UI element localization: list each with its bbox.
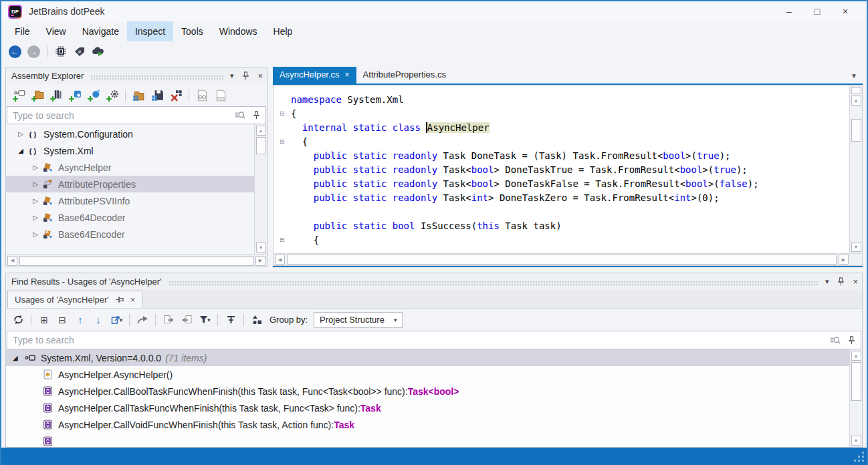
results-search-input[interactable] bbox=[7, 335, 830, 345]
results-group-row[interactable]: ◢System.Xml, Version=4.0.0.0(71 items) bbox=[6, 349, 849, 366]
grouping-button[interactable] bbox=[249, 312, 265, 328]
add-from-gac-button[interactable] bbox=[47, 87, 65, 104]
chevron-down-icon[interactable]: ▾ bbox=[825, 277, 829, 286]
code-line[interactable]: ⊟ { bbox=[274, 232, 849, 247]
jump-to-source-button[interactable] bbox=[134, 312, 150, 328]
pin-icon[interactable] bbox=[240, 71, 251, 82]
code-line[interactable]: public static readonly Task<bool> DoneTa… bbox=[274, 162, 849, 176]
expand-arrow-icon[interactable]: ▷ bbox=[30, 214, 41, 221]
fold-marker-icon[interactable]: ⊟ bbox=[274, 137, 291, 146]
results-item-row[interactable]: AsyncHelper.AsyncHelper() bbox=[6, 366, 849, 383]
explore-folder-button[interactable] bbox=[130, 87, 147, 104]
refresh-button[interactable] bbox=[10, 312, 26, 328]
results-item-row[interactable]: AsyncHelper.CallTaskFuncWhenFinish(this … bbox=[6, 400, 849, 416]
add-from-bin-button[interactable] bbox=[66, 87, 84, 104]
tree-item-attributeproperties[interactable]: ▷AttributeProperties bbox=[6, 176, 254, 192]
pin-icon[interactable] bbox=[835, 277, 846, 287]
tab-pin-icon[interactable] bbox=[114, 295, 125, 305]
editor-vertical-scrollbar[interactable]: ▲ ▼ bbox=[849, 86, 862, 253]
tab-list-chevron-icon[interactable]: ▼ bbox=[851, 72, 863, 84]
export-button[interactable]: ▾ bbox=[108, 312, 124, 328]
filter-usages-button[interactable]: ▾ bbox=[197, 312, 213, 328]
resize-grip[interactable] bbox=[853, 451, 864, 462]
close-panel-icon[interactable]: × bbox=[257, 71, 263, 81]
expand-arrow-icon[interactable]: ▷ bbox=[30, 164, 41, 171]
results-item-row[interactable] bbox=[6, 433, 849, 447]
code-line[interactable]: public static readonly Task<bool> DoneTa… bbox=[274, 176, 849, 190]
assembly-tree-vertical-scrollbar[interactable]: ▲ ▼ bbox=[254, 124, 267, 254]
search-pin-icon[interactable] bbox=[251, 110, 261, 121]
results-item-row[interactable]: AsyncHelper.CallBoolTaskFuncWhenFinish(t… bbox=[6, 383, 849, 400]
collapse-arrow-icon[interactable]: ◢ bbox=[13, 354, 23, 361]
expand-arrow-icon[interactable]: ▷ bbox=[30, 180, 41, 188]
tab-close-icon[interactable]: × bbox=[130, 295, 136, 305]
menu-item-inspect[interactable]: Inspect bbox=[127, 21, 173, 41]
show-prev-change-button[interactable] bbox=[179, 312, 195, 328]
close-button[interactable]: × bbox=[840, 6, 851, 17]
fold-marker-icon[interactable]: ⊟ bbox=[274, 109, 291, 118]
merge-occurrences-button[interactable] bbox=[223, 312, 239, 328]
assembly-tree-horizontal-scrollbar[interactable]: ◀ ▶ bbox=[6, 254, 267, 267]
editor-tab-attributeproperties-cs[interactable]: AttributeProperties.cs bbox=[356, 67, 453, 84]
code-line[interactable]: public static bool IsSuccess(this Task t… bbox=[274, 218, 849, 232]
results-vertical-scrollbar[interactable]: ▲ ▼ bbox=[849, 349, 862, 447]
expand-arrow-icon[interactable]: ▷ bbox=[30, 197, 41, 204]
menu-item-navigate[interactable]: Navigate bbox=[74, 21, 127, 41]
code-line[interactable]: namespace System.Xml bbox=[274, 92, 849, 106]
open-folder-button[interactable] bbox=[29, 87, 46, 104]
navigate-back-button[interactable]: ← bbox=[7, 43, 23, 59]
code-line[interactable]: ⊟ { bbox=[274, 134, 849, 148]
generate-pdb-button[interactable]: PDB bbox=[212, 87, 229, 104]
add-assembly-button[interactable] bbox=[10, 87, 27, 104]
code-line[interactable]: ⊟{ bbox=[274, 106, 849, 120]
menu-item-file[interactable]: File bbox=[7, 21, 38, 41]
group-by-dropdown[interactable]: Project Structure ▾ bbox=[314, 312, 403, 328]
fold-marker-icon[interactable]: ⊟ bbox=[274, 235, 291, 244]
search-icon[interactable] bbox=[235, 110, 245, 121]
expand-all-button[interactable]: ⊞ bbox=[36, 312, 52, 328]
code-line[interactable] bbox=[274, 204, 849, 218]
tree-item-base64decoder[interactable]: ▷Base64Decoder bbox=[6, 209, 254, 226]
expand-arrow-icon[interactable]: ▷ bbox=[30, 230, 41, 238]
editor-tab-asynchelper-cs[interactable]: AsyncHelper.cs× bbox=[273, 67, 356, 84]
tree-item-base64encoder[interactable]: ▷ABase64Encoder bbox=[6, 226, 254, 243]
tree-item-system.xml[interactable]: ◢( )System.Xml bbox=[6, 142, 254, 159]
minimize-button[interactable]: – bbox=[784, 6, 794, 17]
maximize-button[interactable]: □ bbox=[812, 6, 823, 17]
remove-assembly-list-button[interactable] bbox=[167, 87, 185, 104]
usages-tab[interactable]: Usages of 'AsyncHelper' × bbox=[7, 291, 142, 308]
export-to-project-button[interactable] bbox=[193, 87, 211, 104]
menu-item-help[interactable]: Help bbox=[265, 21, 301, 41]
tree-item-attributepsviinfo[interactable]: ▷AttributePSVIInfo bbox=[6, 192, 254, 209]
search-pin-icon[interactable] bbox=[846, 335, 857, 345]
close-panel-icon[interactable]: × bbox=[853, 277, 858, 287]
add-process-button[interactable] bbox=[104, 87, 121, 104]
tab-close-icon[interactable]: × bbox=[345, 70, 350, 80]
tree-item-asynchelper[interactable]: ▷AsyncHelper bbox=[6, 159, 254, 176]
add-nuget-button[interactable] bbox=[85, 87, 102, 104]
code-editor[interactable]: namespace System.Xml⊟{ internal static c… bbox=[274, 86, 849, 253]
chevron-down-icon[interactable]: ▾ bbox=[230, 71, 234, 80]
decompile-download-button[interactable] bbox=[90, 43, 106, 59]
csharp-project-button[interactable]: # bbox=[72, 43, 88, 59]
expand-arrow-icon[interactable]: ▷ bbox=[15, 130, 26, 138]
save-assembly-list-button[interactable] bbox=[148, 87, 166, 104]
results-item-row[interactable]: AsyncHelper.CallVoidFuncWhenFinish(this … bbox=[6, 416, 849, 433]
menu-item-view[interactable]: View bbox=[38, 21, 74, 41]
editor-horizontal-scrollbar[interactable]: ◀ ▶ bbox=[273, 253, 863, 266]
previous-usage-button[interactable]: ↑ bbox=[72, 312, 88, 328]
collapse-arrow-icon[interactable]: ◢ bbox=[15, 147, 26, 154]
attach-to-process-button[interactable] bbox=[53, 43, 69, 59]
next-usage-button[interactable]: ↓ bbox=[90, 312, 106, 328]
menu-item-tools[interactable]: Tools bbox=[173, 21, 211, 41]
navigate-forward-button[interactable]: → bbox=[25, 43, 41, 59]
assembly-search-input[interactable] bbox=[7, 110, 235, 121]
show-next-change-button[interactable] bbox=[160, 312, 177, 328]
collapse-all-button[interactable]: ⊟ bbox=[54, 312, 70, 328]
code-line[interactable]: public static readonly Task DoneTask = (… bbox=[274, 148, 849, 162]
tree-item-system.configuration[interactable]: ▷( )System.Configuration bbox=[6, 126, 254, 142]
code-line[interactable]: public static readonly Task<int> DoneTas… bbox=[274, 190, 849, 204]
menu-item-windows[interactable]: Windows bbox=[211, 21, 265, 41]
code-line[interactable]: internal static class AsyncHelper bbox=[274, 120, 849, 134]
search-icon[interactable] bbox=[830, 335, 841, 345]
